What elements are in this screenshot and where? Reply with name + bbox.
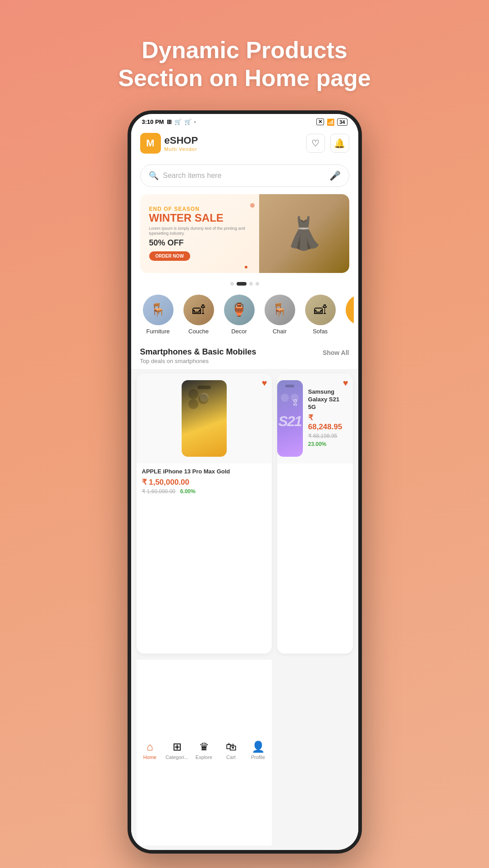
logo-text: eSHOP Multi Vendor [165, 135, 198, 152]
product-pricing-iphone: ₹ 1,60,000.00 6.00% [142, 487, 266, 495]
section-subtitle: Top deals on smartphones [140, 358, 256, 364]
products-grid: ♥ APPLE iPhone 13 Pro Max Gold ₹ 1,50,00… [131, 369, 358, 850]
hero-title: Dynamic Products Section on Home page [91, 18, 398, 92]
search-icon: 🔍 [149, 171, 159, 181]
nav-categories-label: Categori... [165, 754, 188, 760]
nav-home-label: Home [143, 754, 156, 760]
wishlist-button[interactable]: ♡ [306, 134, 325, 153]
category-chair-label: Chair [273, 328, 287, 335]
product-pricing-samsung: ₹ 88,198.95 23.00% [308, 432, 347, 448]
banner-description: Lorem Ipsum is simply dummy text of the … [149, 226, 250, 236]
show-all-button[interactable]: Show All [323, 347, 349, 356]
nav-cart-label: Cart [226, 754, 236, 760]
nav-profile-label: Profile [251, 754, 265, 760]
product-card-samsung: ♥ S21 5G Samsung Galaxy S21 5G ₹ 68,248.… [277, 373, 353, 654]
status-time: 3:10 PM [142, 118, 164, 125]
nav-explore-label: Explore [196, 754, 212, 760]
product-wishlist-samsung[interactable]: ♥ [343, 378, 348, 388]
nav-profile[interactable]: 👤 Profile [245, 741, 272, 760]
status-grid-icon: ⊞ [167, 118, 172, 125]
section-header: Smartphones & Basic Mobiles Top deals on… [131, 339, 358, 369]
cart-nav-icon: 🛍 [226, 741, 237, 753]
product-wishlist-iphone[interactable]: ♥ [262, 378, 267, 388]
banner-dot-1[interactable] [230, 282, 234, 286]
product-discount-samsung: 23.00% [308, 441, 327, 447]
phone-mockup: 3:10 PM ⊞ 🛒 🛒 · ✕ 📶 34 M eSHOP Multi Ven… [128, 110, 362, 854]
category-sofas-image: 🛋 [305, 295, 336, 325]
banner-dot-4[interactable] [256, 282, 259, 286]
product-image-samsung: ♥ S21 5G Samsung Galaxy S21 5G ₹ 68,248.… [277, 373, 353, 464]
logo-sub: Multi Vendor [165, 146, 198, 152]
category-couche[interactable]: 🛋 Couche [181, 295, 217, 335]
logo-icon: M [140, 133, 161, 154]
category-home[interactable]: 🏠 Hom [343, 295, 354, 335]
banner-dots [131, 277, 358, 288]
banner-dot-3[interactable] [249, 282, 253, 286]
mic-icon: 🎤 [329, 170, 341, 181]
status-cart-icon: 🛒 [174, 118, 182, 125]
category-decor[interactable]: 🏺 Decor [221, 295, 257, 335]
logo-area: M eSHOP Multi Vendor [140, 133, 198, 154]
notification-button[interactable]: 🔔 [330, 134, 349, 153]
product-price-samsung: ₹ 68,248.95 [308, 413, 347, 432]
product-price-iphone: ₹ 1,50,000.00 [142, 477, 266, 487]
category-furniture-label: Furniture [146, 328, 169, 335]
heart-icon: ♡ [311, 138, 320, 149]
app-header: M eSHOP Multi Vendor ♡ 🔔 [131, 128, 358, 160]
category-chair-image: 🪑 [265, 295, 295, 325]
nav-explore[interactable]: ♛ Explore [191, 741, 218, 760]
status-bar: 3:10 PM ⊞ 🛒 🛒 · ✕ 📶 34 [131, 114, 358, 128]
status-x-icon: ✕ [316, 118, 324, 125]
search-box[interactable]: 🔍 Search items here 🎤 [140, 164, 349, 187]
banner-cta-button[interactable]: ORDER NOW [149, 251, 190, 261]
explore-nav-icon: ♛ [199, 741, 209, 753]
nav-cart[interactable]: 🛍 Cart [218, 741, 245, 760]
samsung-image: S21 5G [277, 380, 303, 457]
banner-image: 👗 [259, 194, 349, 273]
search-area: 🔍 Search items here 🎤 [131, 160, 358, 194]
product-info-samsung: Samsung Galaxy S21 5G ₹ 68,248.95 ₹ 88,1… [303, 384, 353, 453]
category-couche-image: 🛋 [183, 295, 214, 325]
categories-nav-icon: ⊞ [173, 741, 182, 753]
banner: END OF SEASON WINTER SALE Lorem Ipsum is… [140, 194, 349, 273]
banner-dot-2[interactable] [237, 282, 247, 286]
product-info-iphone: APPLE iPhone 13 Pro Max Gold ₹ 1,50,000.… [137, 464, 272, 500]
home-nav-icon: ⌂ [146, 741, 153, 753]
nav-home[interactable]: ⌂ Home [137, 741, 164, 760]
status-battery: 34 [337, 118, 347, 126]
status-wifi-icon: 📶 [327, 118, 334, 126]
categories-scroll: 🪑 Furniture 🛋 Couche 🏺 Decor 🪑 [136, 295, 354, 335]
bottom-nav: ⌂ Home ⊞ Categori... ♛ Explore 🛍 Cart 👤 … [137, 659, 272, 845]
category-decor-image: 🏺 [224, 295, 255, 325]
category-sofas-label: Sofas [313, 328, 328, 335]
logo-brand: eSHOP [165, 135, 198, 146]
category-chair[interactable]: 🪑 Chair [262, 295, 298, 335]
product-discount-iphone: 6.00% [180, 488, 196, 495]
product-card-iphone: ♥ APPLE iPhone 13 Pro Max Gold ₹ 1,50,00… [137, 373, 272, 654]
iphone-image [182, 380, 227, 457]
header-icons: ♡ 🔔 [306, 134, 349, 153]
product-original-iphone: ₹ 1,60,000.00 [142, 488, 176, 495]
banner-content: END OF SEASON WINTER SALE Lorem Ipsum is… [140, 198, 259, 269]
banner-discount: 50% OFF [149, 238, 250, 248]
product-image-iphone: ♥ [137, 373, 272, 464]
product-original-samsung: ₹ 88,198.95 [308, 433, 338, 439]
status-cart2-icon: 🛒 [184, 118, 192, 125]
category-couche-label: Couche [188, 328, 209, 335]
banner-top-text: END OF SEASON [149, 206, 250, 212]
bell-icon: 🔔 [334, 138, 345, 149]
category-furniture[interactable]: 🪑 Furniture [140, 295, 176, 335]
banner-main-title: WINTER SALE [149, 212, 250, 224]
category-decor-label: Decor [231, 328, 247, 335]
section-info: Smartphones & Basic Mobiles Top deals on… [140, 347, 256, 364]
product-name-samsung: Samsung Galaxy S21 5G [308, 388, 347, 411]
nav-categories[interactable]: ⊞ Categori... [164, 741, 191, 760]
search-placeholder: Search items here [163, 172, 325, 180]
profile-nav-icon: 👤 [251, 741, 265, 753]
categories-area: 🪑 Furniture 🛋 Couche 🏺 Decor 🪑 [131, 288, 358, 339]
category-home-image: 🏠 [346, 295, 354, 325]
category-furniture-image: 🪑 [143, 295, 174, 325]
product-name-iphone: APPLE iPhone 13 Pro Max Gold [142, 468, 266, 476]
category-sofas[interactable]: 🛋 Sofas [302, 295, 338, 335]
section-title: Smartphones & Basic Mobiles [140, 347, 256, 357]
